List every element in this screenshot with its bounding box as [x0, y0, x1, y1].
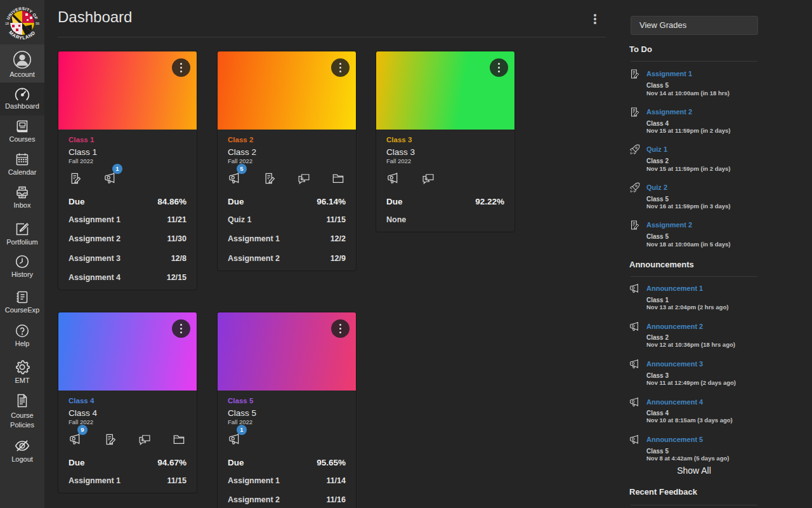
svg-text:56: 56 [36, 22, 39, 25]
svg-text:18: 18 [5, 22, 9, 25]
